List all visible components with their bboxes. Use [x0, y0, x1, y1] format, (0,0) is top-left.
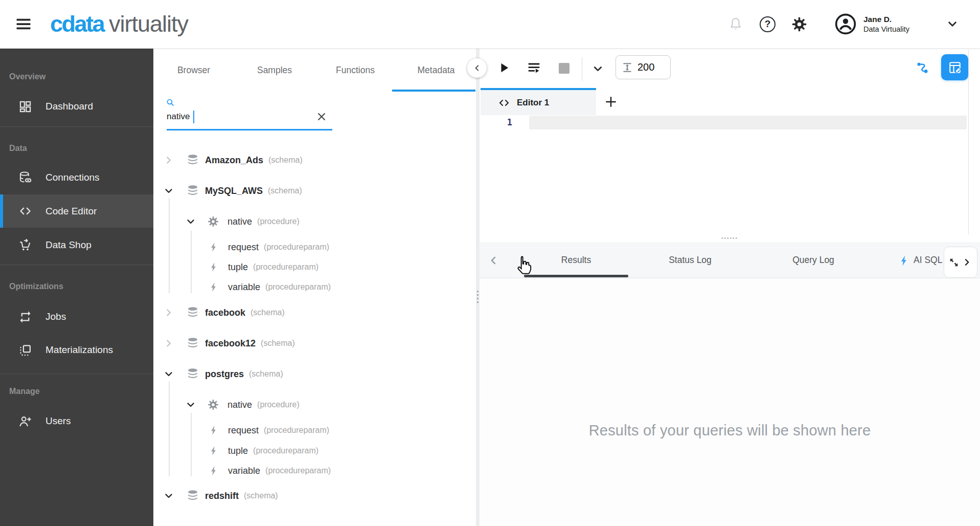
- tab-query-log[interactable]: Query Log: [771, 242, 855, 278]
- expand-panel-button[interactable]: [944, 247, 977, 278]
- tree-item-name[interactable]: postgres: [205, 369, 244, 380]
- app-logo: cdata virtuality: [50, 11, 188, 37]
- chevron-right-icon[interactable]: [163, 306, 175, 319]
- user-info[interactable]: Jane D. Data Virtuality: [863, 14, 909, 34]
- panel-divider-handle[interactable]: [477, 291, 478, 305]
- tree-item-type: (schema): [250, 308, 285, 317]
- stop-query-button[interactable]: [559, 63, 569, 74]
- tree-item[interactable]: facebook12(schema): [153, 333, 476, 354]
- tree-item-name[interactable]: variable: [228, 282, 260, 293]
- tree-item-name[interactable]: redshift: [205, 491, 239, 501]
- tree-item[interactable]: postgres(schema): [153, 364, 476, 384]
- tree-item-name[interactable]: native: [227, 216, 252, 227]
- tab-editor-1[interactable]: Editor 1: [481, 88, 596, 115]
- row-limit-control[interactable]: 200: [616, 55, 671, 79]
- user-menu-chevron-down-icon[interactable]: [945, 17, 960, 31]
- sidebar-item-label: Users: [45, 415, 71, 427]
- sidebar-item-label: Dashboard: [45, 101, 93, 112]
- tree-item[interactable]: Amazon_Ads(schema): [153, 150, 476, 170]
- sql-editor-mode-button[interactable]: [941, 54, 968, 80]
- chevron-right-icon[interactable]: [163, 337, 175, 349]
- tree-item-name[interactable]: facebook12: [205, 338, 256, 349]
- sidebar-divider: [0, 374, 153, 374]
- tree-item-type: (procedure): [257, 217, 300, 226]
- sidebar-item-dashboard[interactable]: Dashboard: [0, 90, 153, 123]
- tree-item-name[interactable]: request: [228, 242, 259, 253]
- collapse-browser-panel-button[interactable]: [467, 58, 487, 78]
- sidebar-item-data-shop[interactable]: Data Shop: [0, 228, 153, 262]
- tree-item-name[interactable]: tuple: [228, 446, 248, 456]
- tree-item-name[interactable]: variable: [228, 466, 260, 476]
- chevron-down-icon[interactable]: [185, 399, 197, 411]
- sidebar-nav: Overview Dashboard Data Connections Code…: [0, 49, 153, 526]
- tree-item-name[interactable]: MySQL_AWS: [205, 186, 263, 196]
- tree-item[interactable]: tuple(procedureparam): [153, 441, 476, 461]
- chevron-down-icon[interactable]: [185, 215, 197, 228]
- panel-divider[interactable]: [476, 49, 480, 526]
- sql-editor-panel: 200 Editor 1 1: [480, 49, 980, 239]
- new-editor-tab-plus-icon[interactable]: [604, 95, 618, 109]
- chevron-right-icon[interactable]: [163, 154, 175, 166]
- search-input[interactable]: [167, 109, 310, 124]
- tree-item-name[interactable]: native: [227, 400, 252, 410]
- database-icon: [186, 184, 199, 198]
- tree-item[interactable]: native(procedure): [153, 211, 476, 232]
- tree-item-name[interactable]: facebook: [205, 308, 245, 318]
- tree-item-type: (schema): [261, 339, 295, 348]
- chevron-down-icon[interactable]: [163, 368, 175, 380]
- tree-item[interactable]: native(procedure): [153, 394, 476, 415]
- sidebar-item-label: Jobs: [45, 311, 66, 322]
- chevron-down-icon[interactable]: [163, 185, 175, 197]
- tabs-scroll-left-chevron-icon[interactable]: [487, 254, 500, 267]
- run-query-button[interactable]: [497, 61, 511, 75]
- run-options-chevron-down-icon[interactable]: [591, 62, 605, 76]
- editor-tab-label: Editor 1: [517, 98, 549, 108]
- tree-item[interactable]: variable(procedureparam): [153, 461, 476, 481]
- tree-item[interactable]: variable(procedureparam): [153, 277, 476, 297]
- sidebar-divider: [0, 126, 153, 127]
- sidebar-item-jobs[interactable]: Jobs: [0, 300, 153, 334]
- tab-browser[interactable]: Browser: [153, 49, 234, 92]
- editor-scrollbar[interactable]: [968, 50, 969, 235]
- code-editor-icon: [18, 204, 32, 218]
- user-org: Data Virtuality: [863, 25, 909, 34]
- help-icon[interactable]: ?: [760, 16, 776, 32]
- hamburger-menu-icon[interactable]: [14, 15, 33, 33]
- notification-bell-icon[interactable]: [728, 16, 743, 32]
- tree-item[interactable]: facebook(schema): [153, 302, 476, 323]
- data-lineage-icon[interactable]: [915, 60, 930, 76]
- tree-item-type: (procedureparam): [253, 446, 318, 455]
- tab-samples[interactable]: Samples: [234, 49, 315, 92]
- tab-functions[interactable]: Functions: [315, 49, 396, 92]
- user-avatar-icon[interactable]: [834, 13, 857, 35]
- sidebar-item-code-editor[interactable]: Code Editor: [0, 194, 153, 228]
- line-number: 1: [500, 116, 512, 129]
- bolt-icon: [208, 281, 219, 293]
- logo-cdata: cdata: [50, 11, 104, 37]
- logo-virtuality: virtuality: [109, 11, 188, 37]
- sidebar-item-users[interactable]: Users: [0, 404, 153, 438]
- tab-metadata[interactable]: Metadata: [396, 49, 476, 92]
- tree-item[interactable]: redshift(schema): [153, 486, 476, 506]
- tree-item[interactable]: request(procedureparam): [153, 237, 476, 257]
- tree-item[interactable]: request(procedureparam): [153, 420, 476, 441]
- tab-status-log[interactable]: Status Log: [648, 242, 732, 278]
- editor-current-line[interactable]: [529, 116, 967, 129]
- horizontal-resize-handle[interactable]: ••••••: [480, 233, 980, 242]
- tree-item-name[interactable]: tuple: [228, 262, 248, 273]
- sidebar-item-materializations[interactable]: Materializations: [0, 333, 153, 367]
- search-icon: [166, 98, 175, 107]
- tree-item-type: (schema): [268, 186, 302, 195]
- execution-plan-button[interactable]: [527, 60, 541, 75]
- chevron-down-icon[interactable]: [163, 490, 175, 502]
- tab-results[interactable]: Results: [524, 242, 628, 278]
- tree-item-name[interactable]: Amazon_Ads: [205, 155, 263, 166]
- clear-search-x-icon[interactable]: [316, 111, 327, 122]
- tree-item[interactable]: MySQL_AWS(schema): [153, 181, 476, 201]
- sidebar-section-data: Data: [9, 141, 27, 156]
- tree-item-name[interactable]: request: [228, 425, 259, 436]
- materializations-icon: [18, 343, 32, 357]
- settings-gear-icon[interactable]: [791, 16, 808, 33]
- sidebar-item-connections[interactable]: Connections: [0, 161, 153, 194]
- tree-item[interactable]: tuple(procedureparam): [153, 257, 476, 277]
